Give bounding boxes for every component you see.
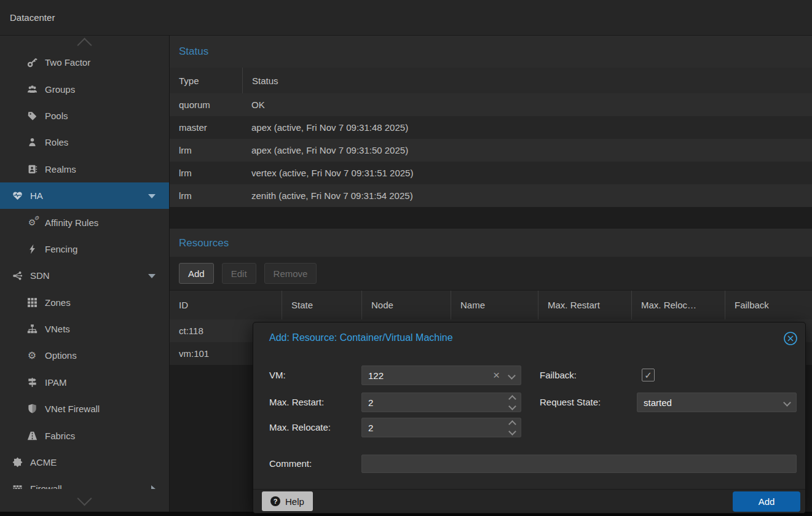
sidebar-item-roles[interactable]: Roles xyxy=(0,129,169,155)
failback-checkbox[interactable]: ✓ xyxy=(642,369,655,381)
users-icon xyxy=(26,84,38,95)
sidebar-item-sdn[interactable]: SDN xyxy=(0,262,169,289)
sidebar-item-label: Affinity Rules xyxy=(45,217,98,228)
sidebar-item-label: HA xyxy=(30,190,43,201)
chevron-down-icon[interactable] xyxy=(148,274,156,278)
number-spinner[interactable] xyxy=(510,421,515,434)
proxmox-datacenter-window: Datacenter Two Factor Groups Pools Roles xyxy=(0,0,812,516)
remove-button[interactable]: Remove xyxy=(264,263,317,284)
sidebar-item-pools[interactable]: Pools xyxy=(0,103,169,129)
status-value-cell: OK xyxy=(242,93,812,116)
comment-label: Comment: xyxy=(269,454,312,474)
page-title: Datacenter xyxy=(10,12,55,23)
status-value-cell: apex (active, Fri Nov 7 09:31:50 2025) xyxy=(242,139,812,162)
road-icon xyxy=(26,430,38,441)
sidebar-item-affinity-rules[interactable]: ⚙⚙ Affinity Rules xyxy=(0,209,169,235)
badge-icon xyxy=(11,457,23,468)
column-header-state[interactable]: State xyxy=(282,291,361,319)
sidebar-item-label: Two Factor xyxy=(45,57,90,68)
request-state-value: started xyxy=(644,397,672,408)
comment-field[interactable] xyxy=(361,455,797,473)
help-button[interactable]: ? Help xyxy=(262,491,313,511)
sidebar-item-acme[interactable]: ACME xyxy=(0,449,169,475)
clear-icon[interactable]: × xyxy=(493,369,500,382)
status-type-cell: lrm xyxy=(170,139,242,162)
sidebar-item-vnets[interactable]: VNets xyxy=(0,316,169,342)
top-bar: Datacenter xyxy=(0,0,812,36)
table-row[interactable]: lrm apex (active, Fri Nov 7 09:31:50 202… xyxy=(170,139,812,162)
question-icon: ? xyxy=(270,496,280,506)
shield-icon xyxy=(26,404,38,415)
column-header-status[interactable]: Status xyxy=(242,68,812,93)
check-icon: ✓ xyxy=(644,370,652,381)
sidebar-item-groups[interactable]: Groups xyxy=(0,76,169,102)
column-header-max-restart[interactable]: Max. Restart xyxy=(538,291,631,319)
heartbeat-icon xyxy=(11,190,23,201)
chevron-down-icon xyxy=(77,491,92,506)
sidebar-item-label: Zones xyxy=(45,297,71,308)
gear-icon: ⚙ xyxy=(26,350,38,361)
status-value-cell: vertex (active, Fri Nov 7 09:31:51 2025) xyxy=(242,162,812,184)
chevron-down-icon[interactable] xyxy=(509,373,514,378)
max-relocate-input[interactable] xyxy=(362,418,521,437)
dialog-title: Add: Resource: Container/Virtual Machine xyxy=(269,332,453,343)
add-button[interactable]: Add xyxy=(179,263,214,284)
sidebar-item-label: Fencing xyxy=(45,244,77,254)
sidebar-item-label: VNet Firewall xyxy=(45,404,100,414)
max-restart-field[interactable] xyxy=(361,393,521,412)
dialog-footer: ? Help Add xyxy=(253,489,805,513)
sidebar-item-realms[interactable]: Realms xyxy=(0,156,169,182)
max-relocate-field[interactable] xyxy=(361,418,521,437)
sidebar-item-two-factor[interactable]: Two Factor xyxy=(0,49,169,76)
sidebar-item-fabrics[interactable]: Fabrics xyxy=(0,422,169,448)
column-header-failback[interactable]: Failback xyxy=(725,291,812,319)
sidebar-scroll-down[interactable] xyxy=(0,489,169,512)
address-book-icon xyxy=(26,163,38,174)
resources-panel-header: Resources xyxy=(170,228,812,258)
share-nodes-icon xyxy=(11,270,23,281)
status-panel-header: Status xyxy=(170,36,812,68)
sidebar-item-ipam[interactable]: IPAM xyxy=(0,369,169,396)
column-header-max-relocate[interactable]: Max. Reloc… xyxy=(631,291,725,319)
number-spinner[interactable] xyxy=(510,396,515,409)
column-header-node[interactable]: Node xyxy=(361,291,451,319)
failback-label: Failback: xyxy=(540,366,577,385)
request-state-select[interactable]: started xyxy=(637,393,797,412)
sidebar-scroll-up[interactable] xyxy=(0,36,169,49)
table-row[interactable]: lrm zenith (active, Fri Nov 7 09:31:54 2… xyxy=(170,184,812,208)
sidebar-item-label: SDN xyxy=(30,270,50,281)
close-icon[interactable] xyxy=(783,331,798,346)
table-row[interactable]: master apex (active, Fri Nov 7 09:31:48 … xyxy=(170,116,812,139)
edit-button[interactable]: Edit xyxy=(222,263,256,284)
max-relocate-label: Max. Relocate: xyxy=(269,418,331,437)
status-table-header: Type Status xyxy=(170,68,812,94)
sidebar-item-label: Fabrics xyxy=(45,431,75,441)
table-row[interactable]: quorum OK xyxy=(170,93,812,117)
sidebar-item-zones[interactable]: Zones xyxy=(0,289,169,316)
resources-toolbar: Add Edit Remove xyxy=(170,257,812,291)
column-header-type[interactable]: Type xyxy=(170,68,242,93)
chevron-down-icon[interactable] xyxy=(148,194,156,198)
column-header-name[interactable]: Name xyxy=(451,291,538,319)
sidebar-item-fencing[interactable]: Fencing xyxy=(0,236,169,262)
key-icon xyxy=(26,57,38,68)
comment-input[interactable] xyxy=(362,455,796,472)
status-type-cell: lrm xyxy=(170,184,242,207)
sidebar-item-options[interactable]: ⚙ Options xyxy=(0,342,169,369)
sidebar-item-ha[interactable]: HA xyxy=(0,182,169,209)
sidebar-item-label: Options xyxy=(45,350,77,361)
column-header-id[interactable]: ID xyxy=(170,291,282,319)
table-row[interactable]: lrm vertex (active, Fri Nov 7 09:31:51 2… xyxy=(170,162,812,185)
request-state-label: Request State: xyxy=(540,393,601,412)
help-button-label: Help xyxy=(285,496,304,507)
status-panel-title: Status xyxy=(179,45,208,58)
sidebar-item-vnet-firewall[interactable]: VNet Firewall xyxy=(0,396,169,422)
sidebar-item-label: Pools xyxy=(45,111,68,121)
dialog-add-button[interactable]: Add xyxy=(733,491,800,512)
max-restart-input[interactable] xyxy=(362,393,521,412)
sidebar-item-label: Realms xyxy=(45,164,76,174)
sidebar-item-label: VNets xyxy=(45,324,70,334)
gears-icon: ⚙⚙ xyxy=(26,217,38,228)
vm-combobox[interactable]: × xyxy=(361,366,521,385)
chevron-down-icon[interactable] xyxy=(784,400,790,405)
